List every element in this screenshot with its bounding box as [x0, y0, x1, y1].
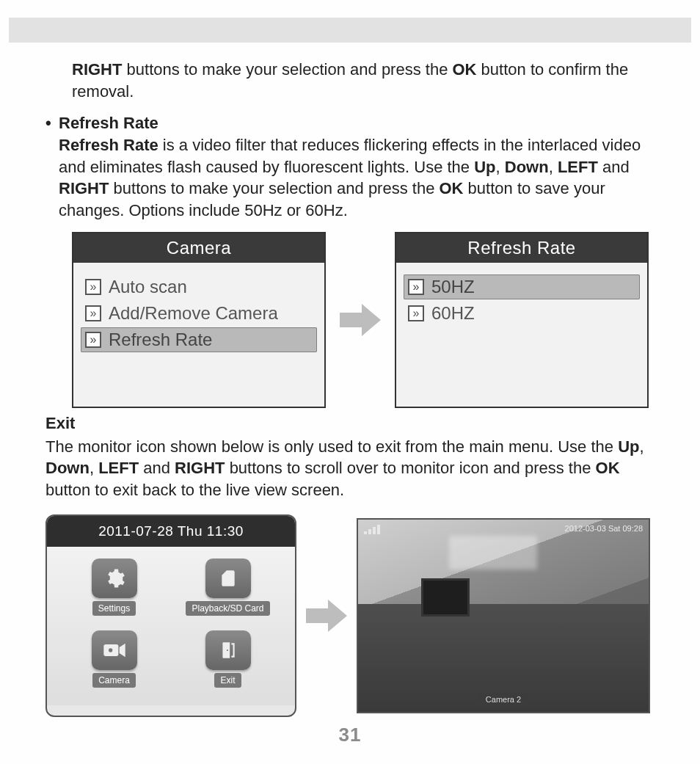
- refresh-lead-bold: Refresh Rate: [59, 136, 158, 154]
- sep: and: [598, 158, 630, 176]
- live-view-monitor: [421, 578, 470, 616]
- live-view-timestamp: 2012-03-03 Sat 09:28: [565, 524, 643, 533]
- refresh-mid: buttons to make your selection and press…: [109, 179, 439, 197]
- refresh-left: LEFT: [558, 158, 598, 176]
- sep: and: [139, 459, 175, 477]
- exit-up: Up: [618, 437, 639, 456]
- tile-playback[interactable]: Playback/SD Card: [178, 559, 277, 625]
- menu-arrow-icon: »: [408, 305, 424, 321]
- svg-point-3: [109, 648, 112, 652]
- sep: ,: [496, 158, 505, 176]
- figure-row-device: 2011-07-28 Thu 11:30 Settings Playback/S…: [45, 514, 655, 717]
- camera-menu-item[interactable]: » Auto scan: [81, 274, 317, 299]
- refresh-ok: OK: [440, 179, 464, 197]
- arrow-right-icon: [305, 600, 348, 632]
- menu-arrow-icon: »: [85, 305, 101, 321]
- sep: ,: [549, 158, 558, 176]
- exit-right: RIGHT: [175, 459, 225, 477]
- tile-label: Exit: [214, 673, 241, 688]
- menu-item-label: 50HZ: [431, 277, 475, 297]
- refresh-menu-title: Refresh Rate: [396, 233, 647, 263]
- menu-item-label: Refresh Rate: [109, 330, 212, 350]
- intro-bold-ok: OK: [453, 60, 477, 79]
- camera-menu-item[interactable]: » Add/Remove Camera: [81, 301, 317, 326]
- camera-icon: [92, 630, 137, 670]
- menu-item-label: Auto scan: [109, 277, 187, 297]
- menu-item-label: Add/Remove Camera: [109, 303, 278, 324]
- refresh-menu: Refresh Rate » 50HZ » 60HZ: [395, 232, 649, 408]
- exit-tail: button to exit back to the live view scr…: [45, 481, 344, 499]
- menu-arrow-icon: »: [85, 332, 101, 348]
- signal-icon: [364, 524, 386, 534]
- exit-ok: OK: [596, 459, 620, 477]
- arrow-right-icon: [339, 304, 382, 336]
- device-main-menu: 2011-07-28 Thu 11:30 Settings Playback/S…: [45, 514, 296, 717]
- refresh-heading: Refresh Rate: [59, 114, 158, 132]
- tile-label: Camera: [92, 673, 136, 688]
- svg-marker-4: [306, 600, 347, 632]
- refresh-up: Up: [474, 158, 495, 176]
- camera-menu: Camera » Auto scan » Add/Remove Camera »…: [72, 232, 326, 408]
- camera-menu-item-selected[interactable]: » Refresh Rate: [81, 327, 317, 352]
- exit-door-icon: [205, 630, 251, 670]
- exit-mid: buttons to scroll over to monitor icon a…: [225, 459, 596, 477]
- intro-mid1: buttons to make your selection and press…: [122, 60, 452, 79]
- refresh-menu-item[interactable]: » 60HZ: [404, 301, 640, 326]
- refresh-menu-item-selected[interactable]: » 50HZ: [404, 274, 640, 299]
- menu-item-label: 60HZ: [431, 303, 475, 324]
- refresh-right: RIGHT: [59, 179, 109, 197]
- sep: ,: [639, 437, 644, 456]
- page-number: 31: [0, 724, 700, 746]
- menu-arrow-icon: »: [408, 279, 424, 295]
- menu-arrow-icon: »: [85, 279, 101, 295]
- tile-camera[interactable]: Camera: [65, 630, 164, 696]
- figure-row-menus: Camera » Auto scan » Add/Remove Camera »…: [72, 232, 655, 408]
- sd-card-icon: [205, 559, 251, 598]
- camera-menu-title: Camera: [73, 233, 324, 263]
- live-view-camera-label: Camera 2: [478, 693, 528, 706]
- live-view-screenshot: 2012-03-03 Sat 09:28 Camera 2: [357, 518, 650, 713]
- exit-down: Down: [45, 459, 90, 477]
- live-view-light: [449, 536, 537, 570]
- device-timestamp: 2011-07-28 Thu 11:30: [47, 516, 295, 547]
- exit-pre: The monitor icon shown below is only use…: [45, 437, 618, 456]
- refresh-rate-bullet: • Refresh Rate Refresh Rate is a video f…: [45, 112, 655, 221]
- exit-heading: Exit: [45, 414, 75, 432]
- bullet-dot: •: [45, 112, 59, 221]
- tile-label: Settings: [92, 601, 136, 616]
- page-top-band: [9, 18, 691, 43]
- sep: ,: [90, 459, 98, 477]
- svg-marker-0: [340, 304, 381, 336]
- svg-marker-2: [119, 643, 125, 657]
- exit-left: LEFT: [98, 459, 139, 477]
- intro-bold-right: RIGHT: [72, 60, 122, 79]
- tile-settings[interactable]: Settings: [65, 559, 164, 625]
- exit-heading-line: Exit: [45, 412, 655, 434]
- gear-icon: [92, 559, 137, 598]
- tile-exit[interactable]: Exit: [178, 630, 277, 696]
- exit-paragraph: The monitor icon shown below is only use…: [45, 436, 655, 501]
- refresh-down: Down: [505, 158, 549, 176]
- intro-continuation: RIGHT buttons to make your selection and…: [72, 59, 655, 102]
- tile-label: Playback/SD Card: [186, 601, 269, 616]
